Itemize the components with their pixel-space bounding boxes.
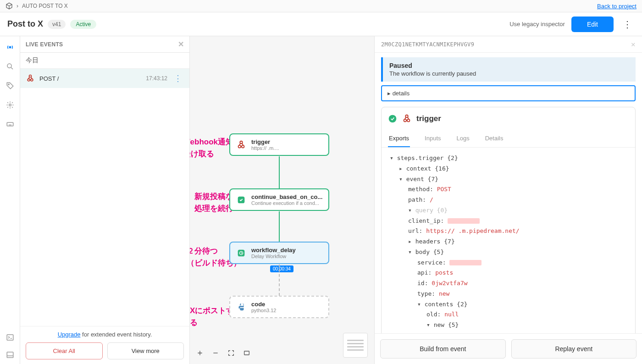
svg-point-1 (7, 64, 11, 68)
svg-point-3 (9, 104, 11, 106)
svg-point-2 (8, 84, 9, 85)
tag-icon[interactable] (6, 81, 15, 90)
fullscreen-icon[interactable] (243, 349, 251, 358)
legacy-inspector-link[interactable]: Use legacy inspector (509, 21, 565, 28)
clear-all-button[interactable]: Clear All (26, 342, 103, 359)
event-id: 2M0CZQ1NETKMTYACNMIKEPHVGV9 (381, 41, 474, 48)
tab-exports[interactable]: Exports (388, 130, 410, 147)
paused-alert: Paused The workflow is currently paused (381, 57, 636, 82)
page-title: Post to X (7, 19, 43, 29)
fit-icon[interactable] (227, 349, 236, 358)
close-icon[interactable]: ✕ (631, 40, 636, 49)
svg-point-17 (389, 115, 397, 123)
tab-details[interactable]: Details (484, 130, 504, 147)
event-timestamp: 17:43:12 (146, 75, 167, 82)
step-title: trigger (416, 114, 441, 123)
python-icon (236, 302, 247, 313)
event-label: POST / (39, 75, 141, 82)
view-more-button[interactable]: View more (107, 342, 184, 359)
back-to-project-link[interactable]: Back to project (597, 3, 636, 10)
upgrade-link[interactable]: Upgrade (58, 331, 81, 338)
node-code[interactable]: codepython3.12 (229, 296, 329, 318)
node-condition[interactable]: continue_based_on_co...Continue executio… (229, 188, 329, 211)
redacted-value (449, 260, 482, 265)
details-toggle[interactable]: details (381, 85, 636, 101)
events-panel-title: LIVE EVENTS (26, 41, 63, 48)
left-rail (0, 36, 20, 364)
minimap[interactable] (343, 333, 368, 358)
inspector-panel: 2M0CZQ1NETKMTYACNMIKEPHVGV9 ✕ Paused The… (374, 36, 642, 364)
zoom-in-icon[interactable] (196, 349, 205, 358)
timer-badge: 00:00:34 (270, 265, 293, 272)
replay-event-button[interactable]: Replay event (511, 339, 637, 358)
tab-inputs[interactable]: Inputs (424, 130, 442, 147)
zoom-out-icon[interactable] (212, 349, 220, 358)
node-delay[interactable]: workflow_delayDelay Workflow (229, 242, 329, 264)
svg-rect-5 (7, 335, 13, 340)
status-badge: Active (70, 20, 96, 29)
webhook-icon (26, 74, 35, 83)
clock-icon (236, 248, 247, 259)
breadcrumb-project[interactable]: AUTO POST TO X (22, 3, 68, 9)
close-icon[interactable]: ✕ (178, 40, 184, 49)
svg-rect-4 (7, 122, 13, 126)
terminal-icon[interactable] (6, 333, 15, 342)
version-badge: v41 (48, 20, 66, 29)
gear-icon[interactable] (6, 100, 15, 110)
breadcrumb: › AUTO POST TO X (6, 2, 68, 10)
keyboard-icon[interactable] (6, 120, 15, 129)
svg-rect-16 (244, 351, 249, 355)
event-menu-button[interactable]: ⋮ (172, 73, 184, 83)
cube-icon (6, 2, 13, 10)
workflow-canvas[interactable]: Webhook通知を 受け取る 新規投稿なら 処理を続行 ２分待つ （ビルド待ち… (190, 36, 374, 364)
edit-button[interactable]: Edit (571, 17, 614, 32)
exports-tree[interactable]: steps.trigger {2} context {16} event {7}… (382, 148, 635, 333)
search-icon[interactable] (6, 62, 15, 71)
event-row[interactable]: POST / 17:43:12 ⋮ (20, 69, 189, 88)
step-card-trigger: trigger Exports Inputs Logs Details step… (381, 107, 636, 333)
redacted-value (448, 218, 480, 224)
svg-rect-6 (7, 352, 13, 358)
live-events-icon[interactable] (6, 43, 15, 52)
build-from-event-button[interactable]: Build from event (380, 339, 506, 358)
live-events-panel: LIVE EVENTS ✕ 今日 POST / 17:43:12 ⋮ Upgra… (20, 36, 190, 364)
upgrade-message: Upgrade for extended event history. (26, 331, 184, 342)
svg-point-0 (9, 46, 11, 48)
branch-icon (236, 194, 247, 205)
node-trigger[interactable]: triggerhttps:// .m.... (229, 133, 329, 156)
webhook-icon (402, 114, 412, 124)
panel-icon[interactable] (6, 350, 15, 359)
events-date-header: 今日 (20, 53, 189, 69)
check-icon (388, 114, 397, 123)
more-menu-button[interactable]: ⋮ (620, 18, 635, 31)
webhook-icon (236, 139, 247, 150)
tab-logs[interactable]: Logs (456, 130, 470, 147)
